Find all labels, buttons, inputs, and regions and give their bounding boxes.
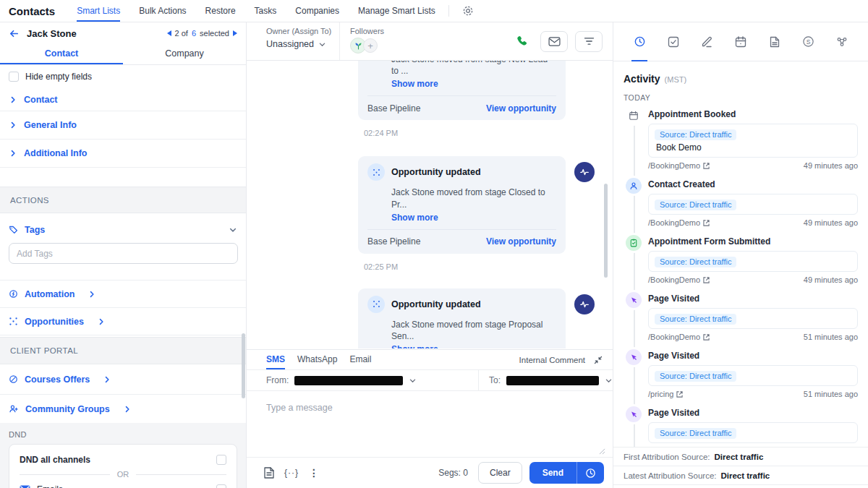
call-button[interactable] — [511, 31, 533, 52]
email-compose-button[interactable] — [540, 31, 568, 52]
activity-link[interactable]: /pricing — [648, 390, 683, 398]
chevron-down-icon[interactable] — [409, 377, 417, 385]
fold-section-general-info[interactable]: General Info — [0, 111, 246, 139]
tab-contact[interactable]: Contact — [0, 44, 123, 64]
dnd-emails-checkbox[interactable] — [216, 484, 226, 488]
filter-button[interactable] — [575, 31, 603, 52]
pulse-icon — [579, 167, 590, 177]
activity-link[interactable]: /BookingDemo — [648, 333, 710, 341]
nav-tab-manage-smart-lists[interactable]: Manage Smart Lists — [358, 0, 435, 22]
activity-time: 49 minutes ago — [804, 275, 858, 284]
chevron-right-icon — [9, 149, 17, 158]
owner-block: Owner (Assign To) Unassigned — [247, 22, 340, 60]
svg-text:S: S — [806, 38, 810, 46]
message-input[interactable]: Type a message — [247, 391, 613, 458]
activity-time: 49 minutes ago — [804, 161, 858, 170]
record-pager: 2 of 6 selected — [167, 29, 237, 38]
view-opportunity-link[interactable]: View opportunity — [486, 103, 556, 114]
envelope-icon — [548, 37, 561, 46]
pager-total: 6 — [192, 29, 196, 38]
show-more-link[interactable]: Show more — [391, 344, 556, 348]
clear-button[interactable]: Clear — [478, 462, 522, 484]
activity-time: 51 minutes ago — [804, 390, 858, 398]
owner-dropdown[interactable]: Unassigned — [266, 39, 339, 49]
collapse-icon[interactable] — [594, 356, 603, 364]
back-arrow-icon[interactable] — [9, 28, 20, 39]
hide-empty-fields-checkbox[interactable] — [9, 72, 19, 82]
to-field[interactable]: To: — [479, 370, 613, 390]
activity-link[interactable]: /BookingDemo — [648, 275, 710, 284]
source-badge: Source: Direct traffic — [655, 314, 736, 325]
left-panel-scrollbar[interactable] — [242, 333, 245, 398]
opportunity-icon — [367, 163, 385, 181]
activity-panel: S Activity (MST) TODAY Appointment Booke… — [613, 22, 868, 488]
opportunities-row[interactable]: Opportunities — [0, 308, 246, 335]
activity-time: 51 minutes ago — [804, 333, 858, 341]
today-label: TODAY — [613, 85, 868, 106]
nav-tab-restore[interactable]: Restore — [205, 0, 236, 22]
activity-item-title: Contact Created — [648, 179, 859, 189]
nav-tab-smart-lists[interactable]: Smart Lists — [77, 0, 120, 22]
activity-link[interactable]: /BookingDemo — [648, 161, 710, 170]
more-options-icon[interactable]: ⋮ — [309, 467, 319, 479]
conversation-scrollbar[interactable] — [604, 184, 608, 278]
tags-section-toggle[interactable]: Tags — [0, 218, 246, 241]
tab-company[interactable]: Company — [123, 44, 246, 64]
activity-timezone: (MST) — [665, 75, 687, 84]
automation-row[interactable]: Automation — [0, 281, 246, 307]
internal-comment-toggle[interactable]: Internal Comment — [519, 356, 585, 364]
chevron-down-icon — [229, 226, 237, 234]
pipeline-name: Base Pipeline — [367, 236, 420, 247]
segments-count: Segs: 0 — [438, 468, 468, 478]
next-record-icon[interactable] — [233, 30, 237, 36]
nav-tab-bulk-actions[interactable]: Bulk Actions — [139, 0, 186, 22]
chevron-down-icon[interactable] — [605, 377, 613, 385]
activity-card: Source: Direct traffic — [648, 194, 858, 215]
message-title: Opportunity updated — [391, 299, 481, 309]
fold-section-contact[interactable]: Contact — [0, 88, 246, 111]
chevron-right-icon — [123, 405, 132, 414]
schedule-send-icon[interactable] — [577, 468, 604, 479]
show-more-link[interactable]: Show more — [391, 213, 556, 223]
add-follower-button[interactable]: + — [363, 38, 378, 53]
tab-sms[interactable]: SMS — [266, 350, 285, 369]
tab-payments-icon[interactable]: S — [799, 22, 817, 61]
tab-documents-icon[interactable] — [766, 22, 783, 61]
activity-timeline: Appointment Booked Source: Direct traffi… — [613, 106, 868, 465]
message-card: Jack Stone moved from stage New Lead to … — [358, 61, 566, 137]
nav-tab-tasks[interactable]: Tasks — [255, 0, 277, 22]
tab-notes-icon[interactable] — [698, 22, 715, 61]
gear-icon[interactable] — [462, 5, 474, 17]
latest-attribution-value: Direct traffic — [721, 471, 770, 480]
tab-whatsapp[interactable]: WhatsApp — [297, 350, 337, 369]
courses-offers-row[interactable]: Courses Offers — [0, 364, 246, 394]
resize-handle-icon[interactable] — [599, 448, 605, 455]
tab-appointments-icon[interactable] — [732, 22, 749, 61]
tab-associations-icon[interactable] — [833, 22, 851, 61]
tab-tasks-icon[interactable] — [665, 22, 682, 61]
templates-icon[interactable] — [264, 467, 274, 479]
send-button[interactable]: Send — [529, 462, 604, 484]
prev-record-icon[interactable] — [167, 30, 171, 36]
fold-section-additional-info[interactable]: Additional Info — [0, 140, 246, 167]
show-more-link[interactable]: Show more — [391, 79, 556, 89]
add-tags-input[interactable] — [9, 243, 238, 264]
dnd-emails-label: Emails — [37, 484, 210, 488]
from-field[interactable]: From: — [247, 370, 479, 390]
dnd-all-channels-checkbox[interactable] — [216, 455, 226, 465]
phone-icon — [516, 35, 529, 48]
tab-activity-clock-icon[interactable] — [631, 22, 648, 61]
nav-tabs: Smart Lists Bulk Actions Restore Tasks C… — [77, 0, 435, 22]
tab-email[interactable]: Email — [349, 350, 371, 369]
owner-label: Owner (Assign To) — [266, 27, 339, 35]
first-attribution-row: First Attribution Source: Direct traffic — [613, 447, 868, 466]
pulse-icon — [579, 299, 590, 309]
view-opportunity-link[interactable]: View opportunity — [486, 236, 556, 247]
from-label: From: — [266, 375, 289, 385]
message-composer: SMS WhatsApp Email Internal Comment From… — [247, 349, 613, 488]
courses-icon — [9, 374, 18, 384]
activity-link[interactable]: /BookingDemo — [648, 218, 710, 227]
nav-tab-companies[interactable]: Companies — [295, 0, 339, 22]
custom-values-icon[interactable]: {··} — [284, 468, 299, 478]
community-groups-row[interactable]: Community Groups — [0, 395, 246, 423]
